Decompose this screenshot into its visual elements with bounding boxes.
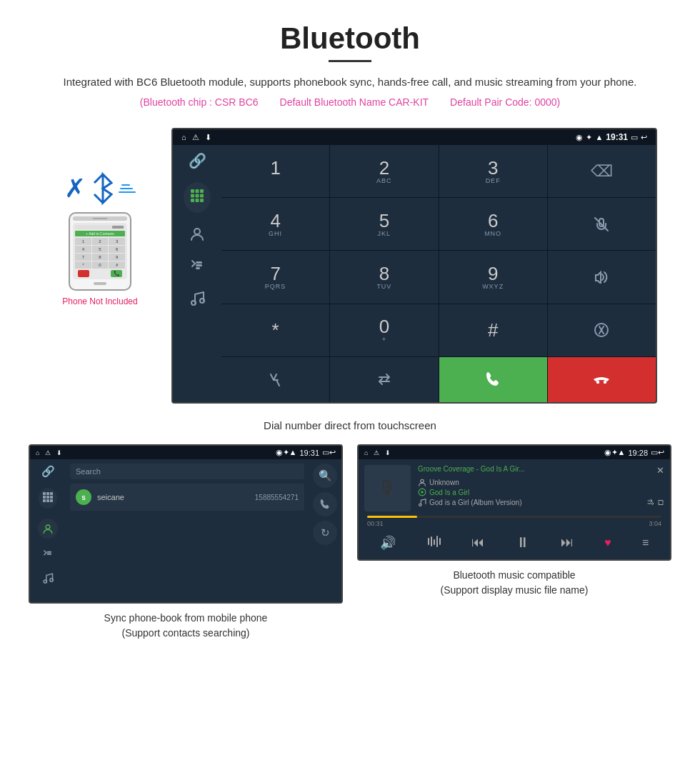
dial-backspace[interactable]: ⌫	[548, 145, 656, 197]
dial-key-3[interactable]: 3 DEF	[439, 145, 547, 197]
ms-time: 19:28	[628, 449, 648, 457]
dial-key-6[interactable]: 6 MNO	[439, 198, 547, 250]
merge-icon	[268, 371, 284, 387]
svg-point-13	[191, 301, 196, 305]
dialer-status-bar: ⌂ ⚠ ⬇ ◉ ✦ ▲ 19:31 ▭ ↩	[173, 129, 656, 145]
equalizer-button[interactable]	[426, 535, 441, 551]
svg-point-36	[419, 504, 421, 506]
dial-merge[interactable]	[221, 357, 329, 402]
svg-rect-22	[43, 496, 46, 499]
page-title: Bluetooth	[43, 21, 657, 56]
dial-key-star[interactable]: *	[221, 304, 329, 356]
dial-key-9[interactable]: 9 WXYZ	[439, 251, 547, 303]
dial-key-2[interactable]: 2 ABC	[330, 145, 438, 197]
sidebar-music-icon[interactable]	[189, 290, 205, 309]
dial-num-2: 2	[379, 159, 389, 177]
spec-chip: (Bluetooth chip : CSR BC6	[140, 96, 259, 108]
progress-track[interactable]	[367, 516, 661, 518]
svg-rect-21	[50, 492, 53, 495]
ms-usb-icon: ⬇	[385, 449, 391, 456]
svg-rect-10	[196, 261, 202, 264]
status-right: ◉ ✦ ▲ 19:31 ▭ ↩	[576, 132, 647, 142]
bluetooth-signal-container: ✗	[64, 171, 136, 206]
sidebar-link-icon[interactable]: 🔗	[189, 152, 206, 169]
svg-rect-30	[47, 554, 52, 555]
pb-contacts-active-icon[interactable]	[38, 519, 58, 539]
playlist-button[interactable]: ≡	[642, 536, 649, 549]
usb-icon: ⬇	[205, 133, 211, 142]
battery-icon: ▭	[631, 133, 638, 142]
dial-key-1[interactable]: 1	[221, 145, 329, 197]
pb-call-button[interactable]	[313, 492, 337, 516]
signal-icon: ▲	[595, 133, 603, 141]
next-button[interactable]: ⏭	[561, 535, 574, 550]
user-icon	[418, 478, 426, 486]
svg-rect-27	[50, 499, 53, 502]
spec-name: Default Bluetooth Name CAR-KIT	[280, 96, 429, 108]
shuffle-icon	[647, 499, 654, 506]
dial-key-hash[interactable]: #	[439, 304, 547, 356]
dial-transfer[interactable]	[548, 304, 656, 356]
volume-control[interactable]: 🔊	[380, 535, 396, 551]
close-button[interactable]: ✕	[656, 465, 664, 476]
prev-button[interactable]: ⏮	[471, 535, 484, 550]
location-icon: ◉	[576, 133, 583, 142]
music-body: 🎙 Groove Coverage - God Is A Gir... ✕ Un…	[359, 459, 670, 559]
favorite-button[interactable]: ♥	[604, 536, 611, 549]
dial-key-8[interactable]: 8 TUV	[330, 251, 438, 303]
dial-call-button[interactable]	[439, 357, 547, 402]
dial-volume[interactable]	[548, 251, 656, 303]
progress-area: 00:31 3:04	[364, 516, 664, 527]
pb-search-button[interactable]: 🔍	[313, 464, 337, 488]
dial-key-7[interactable]: 7 PQRS	[221, 251, 329, 303]
sidebar-recent-icon[interactable]	[189, 258, 205, 277]
pb-dialpad-icon[interactable]	[39, 488, 57, 509]
dial-key-0[interactable]: 0 +	[330, 304, 438, 356]
svg-rect-29	[47, 551, 52, 553]
play-pause-button[interactable]: ⏸	[516, 534, 530, 551]
pb-warning-icon: ⚠	[45, 449, 51, 456]
repeat-icon	[657, 499, 664, 506]
ms-status-bar: ⌂ ⚠ ⬇ ◉✦▲ 19:28 ▭↩	[359, 446, 670, 459]
pb-music-icon[interactable]	[42, 572, 54, 586]
sidebar-dialpad-icon[interactable]	[184, 182, 211, 213]
svg-rect-7	[196, 199, 199, 202]
pb-link-icon[interactable]: 🔗	[41, 465, 55, 478]
time-current: 00:31	[367, 520, 384, 527]
mute-icon	[594, 217, 609, 231]
pb-recent-icon[interactable]	[42, 549, 54, 562]
pb-contact-row: s seicane 15885554271	[70, 484, 304, 511]
sidebar-contacts-icon[interactable]	[189, 226, 205, 245]
dial-end-button[interactable]	[548, 357, 656, 402]
title-underline	[329, 60, 371, 62]
dial-key-4[interactable]: 4 GHI	[221, 198, 329, 250]
svg-rect-17	[596, 381, 599, 384]
phonebook-caption: Sync phone-book from mobile phone (Suppo…	[104, 611, 268, 641]
track-info: Groove Coverage - God Is A Gir... ✕ Unkn…	[418, 465, 664, 506]
svg-rect-2	[200, 189, 204, 193]
phonebook-caption-line1: Sync phone-book from mobile phone	[104, 612, 268, 624]
back-icon[interactable]: ↩	[641, 133, 647, 142]
album-art: 🎙	[364, 465, 411, 511]
main-content-row: ✗	[0, 128, 700, 404]
music-caption-line1: Bluetooth music compatible	[453, 569, 575, 581]
svg-rect-8	[200, 199, 204, 202]
music-frame: ⌂ ⚠ ⬇ ◉✦▲ 19:28 ▭↩ 🎙	[357, 444, 671, 561]
dial-swap[interactable]	[330, 357, 438, 402]
pb-contact-phone: 15885554271	[255, 494, 299, 501]
svg-rect-38	[431, 536, 432, 546]
svg-rect-11	[196, 264, 202, 266]
ms-warning-icon: ⚠	[374, 449, 379, 456]
signal-waves	[120, 184, 136, 193]
pb-refresh-button[interactable]: ↻	[313, 521, 337, 545]
svg-rect-4	[196, 194, 199, 198]
pb-search-box[interactable]: Search	[70, 464, 304, 479]
pb-bt-icon: ◉✦▲	[276, 448, 297, 457]
dial-mute[interactable]	[548, 198, 656, 250]
dial-key-5[interactable]: 5 JKL	[330, 198, 438, 250]
volume-icon	[594, 271, 609, 284]
bluetooth-status-icon: ✦	[586, 133, 592, 142]
car-screen-dialer: ⌂ ⚠ ⬇ ◉ ✦ ▲ 19:31 ▭ ↩ 🔗	[171, 128, 657, 404]
status-time: 19:31	[606, 132, 628, 142]
pb-search-placeholder: Search	[76, 467, 101, 476]
